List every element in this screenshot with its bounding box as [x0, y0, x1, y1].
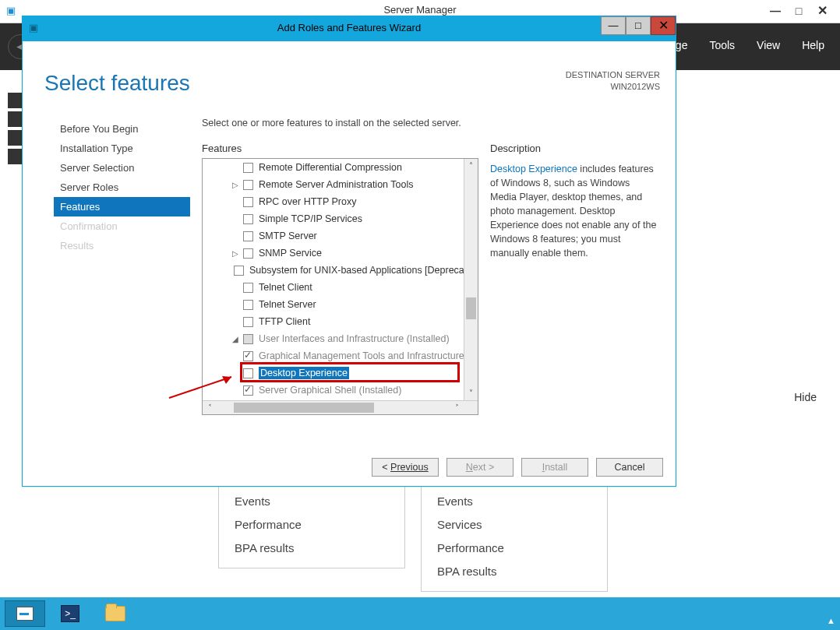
taskbar-powershell[interactable]: >_: [50, 600, 90, 627]
features-list: Remote Differential Compression▷Remote S…: [203, 159, 464, 400]
feature-label: Remote Server Administration Tools: [259, 179, 413, 190]
features-label: Features: [202, 143, 242, 154]
feature-remote-server-administration-t[interactable]: ▷Remote Server Administration Tools: [203, 176, 464, 193]
nav-server-selection[interactable]: Server Selection: [54, 158, 190, 178]
checkbox[interactable]: [243, 385, 253, 396]
taskbar-server-manager[interactable]: [5, 600, 45, 627]
bg-item[interactable]: Events: [235, 490, 389, 513]
description-label: Description: [490, 143, 541, 154]
nav-installation-type[interactable]: Installation Type: [54, 139, 190, 158]
dialog-title: Add Roles and Features Wizard: [23, 22, 676, 33]
feature-tftp-client[interactable]: TFTP Client: [203, 313, 464, 330]
dialog-body: Select features DESTINATION SERVER WIN20…: [23, 41, 676, 486]
menu-tools[interactable]: Tools: [709, 39, 735, 51]
install-button[interactable]: Install: [521, 458, 588, 477]
checkbox[interactable]: [243, 180, 253, 190]
bg-col-b: Events Services Performance BPA results: [421, 481, 608, 592]
horizontal-scrollbar[interactable]: ˂ ˃: [203, 400, 478, 414]
nav-before-you-begin[interactable]: Before You Begin: [54, 119, 190, 139]
checkbox[interactable]: [234, 266, 244, 276]
powershell-icon: >_: [61, 605, 79, 622]
feature-label: Subsystem for UNIX-based Applications [D…: [249, 265, 464, 276]
bg-item[interactable]: Services: [437, 513, 591, 537]
dialog-titlebar: ▣ Add Roles and Features Wizard — □ ✕: [23, 16, 676, 41]
vertical-scrollbar[interactable]: ˄ ˅: [464, 159, 478, 400]
feature-label: Desktop Experience: [259, 367, 349, 379]
parent-close-button[interactable]: ✕: [812, 3, 832, 19]
nav-results: Results: [54, 236, 190, 255]
feature-graphical-management-tools-and[interactable]: Graphical Management Tools and Infrastru…: [203, 347, 464, 364]
bg-item[interactable]: BPA results: [437, 560, 591, 583]
menu-view[interactable]: View: [757, 39, 780, 51]
checkbox[interactable]: [243, 317, 253, 327]
parent-maximize-button[interactable]: □: [789, 3, 809, 19]
dialog-minimize-button[interactable]: —: [601, 16, 626, 35]
feature-rpc-over-http-proxy[interactable]: RPC over HTTP Proxy: [203, 193, 464, 210]
taskbar: >_ ▲: [0, 597, 840, 630]
checkbox[interactable]: [243, 368, 253, 378]
checkbox[interactable]: [243, 231, 253, 241]
feature-simple-tcp-ip-services[interactable]: Simple TCP/IP Services: [203, 210, 464, 227]
nav-server-roles[interactable]: Server Roles: [54, 178, 190, 197]
scroll-left-icon[interactable]: ˂: [203, 401, 217, 415]
nav-confirmation: Confirmation: [54, 216, 190, 236]
parent-title: Server Manager: [0, 4, 840, 16]
cancel-button[interactable]: Cancel: [596, 458, 663, 477]
checkbox[interactable]: [243, 300, 253, 310]
scroll-down-icon[interactable]: ˅: [464, 386, 478, 400]
bg-col-a: Events Performance BPA results: [218, 481, 405, 568]
expander-icon[interactable]: ▷: [231, 181, 240, 189]
bg-item[interactable]: BPA results: [235, 537, 389, 560]
expander-icon[interactable]: ▷: [231, 249, 240, 258]
feature-label: Remote Differential Compression: [259, 162, 402, 173]
checkbox[interactable]: [243, 283, 253, 293]
feature-label: Telnet Server: [259, 299, 316, 310]
checkbox[interactable]: [243, 214, 253, 224]
description-text: Desktop Experience includes features of …: [490, 162, 658, 260]
feature-remote-differential-compressio[interactable]: Remote Differential Compression: [203, 159, 464, 176]
feature-label: Telnet Client: [259, 282, 312, 293]
description-body: includes features of Windows 8, such as …: [490, 164, 656, 259]
dialog-close-button[interactable]: ✕: [651, 16, 676, 35]
checkbox[interactable]: [243, 351, 253, 361]
taskbar-explorer[interactable]: [95, 600, 136, 627]
description-link[interactable]: Desktop Experience: [490, 164, 577, 174]
checkbox[interactable]: [243, 334, 253, 344]
feature-label: SNMP Service: [259, 248, 322, 259]
feature-snmp-service[interactable]: ▷SNMP Service: [203, 245, 464, 262]
system-tray[interactable]: ▲: [827, 616, 835, 625]
scroll-thumb[interactable]: [466, 297, 476, 319]
menu-help[interactable]: Help: [802, 39, 824, 51]
bg-item[interactable]: Performance: [437, 537, 591, 560]
page-title: Select features: [44, 71, 190, 96]
dialog-maximize-button[interactable]: □: [626, 16, 651, 35]
feature-smtp-server[interactable]: SMTP Server: [203, 227, 464, 245]
checkbox[interactable]: [243, 248, 253, 259]
bg-item[interactable]: Performance: [235, 513, 389, 537]
destination-label: DESTINATION SERVER: [566, 69, 660, 81]
feature-desktop-experience[interactable]: Desktop Experience: [203, 364, 464, 382]
feature-user-interfaces-and-infrastruc[interactable]: ◢User Interfaces and Infrastructure (Ins…: [203, 330, 464, 347]
feature-label: Graphical Management Tools and Infrastru…: [259, 350, 464, 361]
checkbox[interactable]: [243, 163, 253, 173]
folder-icon: [105, 606, 125, 621]
feature-telnet-server[interactable]: Telnet Server: [203, 296, 464, 313]
scroll-right-icon[interactable]: ˃: [450, 401, 464, 415]
next-button[interactable]: Next >: [446, 458, 514, 477]
feature-telnet-client[interactable]: Telnet Client: [203, 279, 464, 296]
feature-label: Server Graphical Shell (Installed): [259, 385, 401, 396]
feature-subsystem-for-unix-based-appli[interactable]: Subsystem for UNIX-based Applications [D…: [203, 262, 464, 279]
menu-item-partial[interactable]: ge: [676, 39, 688, 51]
hscroll-thumb[interactable]: [234, 403, 374, 413]
parent-minimize-button[interactable]: —: [765, 3, 785, 19]
destination-info: DESTINATION SERVER WIN2012WS: [566, 69, 660, 93]
expander-icon[interactable]: ◢: [231, 335, 240, 343]
checkbox[interactable]: [243, 197, 253, 207]
previous-button[interactable]: < Previous: [372, 458, 439, 477]
feature-server-graphical-shell-install[interactable]: Server Graphical Shell (Installed): [203, 382, 464, 399]
scroll-up-icon[interactable]: ˄: [464, 159, 478, 173]
nav-features[interactable]: Features: [54, 197, 190, 216]
hide-link[interactable]: Hide: [794, 391, 817, 403]
bg-item[interactable]: Events: [437, 490, 591, 513]
instruction-text: Select one or more features to install o…: [202, 118, 461, 128]
